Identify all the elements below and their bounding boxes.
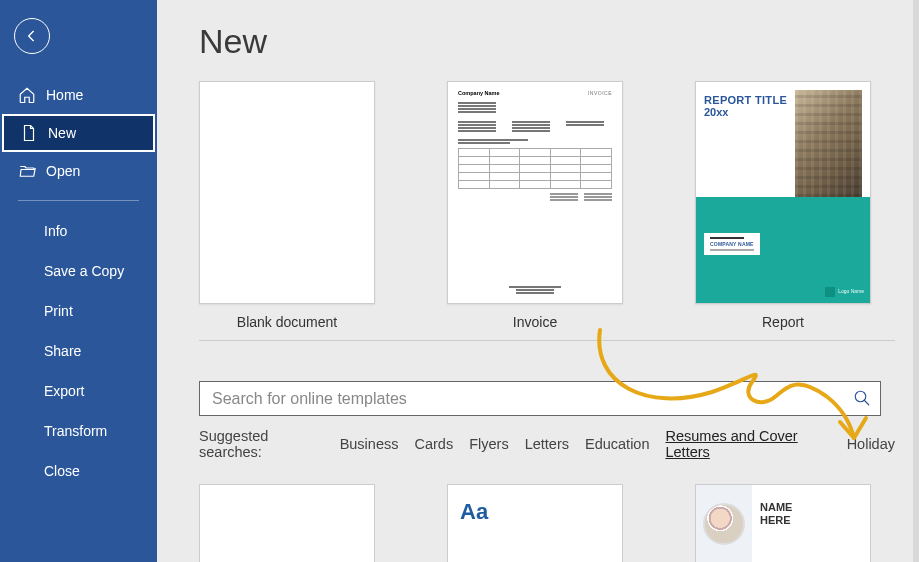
peek-aa-text: Aa — [460, 499, 488, 524]
document-icon — [20, 124, 38, 142]
section-divider — [199, 340, 895, 341]
nav-label: Export — [44, 383, 84, 399]
nav-primary: Home New Open — [0, 76, 157, 190]
nav-label: New — [48, 125, 76, 141]
nav-item-open[interactable]: Open — [0, 152, 157, 190]
invoice-table — [458, 148, 612, 189]
suggested-link-flyers[interactable]: Flyers — [469, 436, 508, 452]
template-blank-document[interactable]: Blank document — [199, 81, 375, 330]
template-thumbnail — [199, 81, 375, 304]
suggested-link-resumes[interactable]: Resumes and Cover Letters — [665, 428, 830, 460]
template-invoice[interactable]: Company Name INVOICE — [447, 81, 623, 330]
suggested-link-holiday[interactable]: Holiday — [847, 436, 895, 452]
nav-item-share[interactable]: Share — [0, 331, 157, 371]
scrollbar-track[interactable] — [913, 0, 919, 562]
report-hero-image — [795, 90, 862, 197]
report-title-line1: REPORT TITLE — [704, 94, 787, 106]
app-root: Home New Open Info Save a Copy Print Sha… — [0, 0, 919, 562]
nav-secondary: Info Save a Copy Print Share Export Tran… — [0, 211, 157, 491]
folder-open-icon — [18, 162, 36, 180]
nav-item-home[interactable]: Home — [0, 76, 157, 114]
suggested-link-business[interactable]: Business — [340, 436, 399, 452]
template-thumbnail: Company Name INVOICE — [447, 81, 623, 304]
nav-label: Open — [46, 163, 80, 179]
template-thumbnail: REPORT TITLE 20xx COMPANY NAME — [695, 81, 871, 304]
template-label: Blank document — [237, 314, 337, 330]
nav-item-close[interactable]: Close — [0, 451, 157, 491]
nav-item-transform[interactable]: Transform — [0, 411, 157, 451]
nav-label: Save a Copy — [44, 263, 124, 279]
suggested-lead: Suggested searches: — [199, 428, 324, 460]
featured-templates-row: Blank document Company Name INVOICE — [199, 81, 895, 330]
nav-label: Transform — [44, 423, 107, 439]
report-logo: Logo Name — [825, 287, 864, 297]
suggested-searches: Suggested searches: Business Cards Flyer… — [199, 428, 895, 460]
suggested-link-letters[interactable]: Letters — [525, 436, 569, 452]
search-icon[interactable] — [853, 389, 871, 407]
nav-label: Home — [46, 87, 83, 103]
avatar — [696, 485, 752, 562]
template-peek-3[interactable]: NAME HERE — [695, 484, 871, 562]
template-search — [199, 381, 895, 416]
report-title-line2: 20xx — [704, 106, 787, 118]
svg-line-1 — [864, 400, 869, 405]
template-label: Report — [762, 314, 804, 330]
nav-item-print[interactable]: Print — [0, 291, 157, 331]
nav-item-save-a-copy[interactable]: Save a Copy — [0, 251, 157, 291]
arrow-left-icon — [24, 28, 40, 44]
main-content: New Blank document Company Name INVOICE — [157, 0, 919, 562]
backstage-sidebar: Home New Open Info Save a Copy Print Sha… — [0, 0, 157, 562]
back-button[interactable] — [14, 18, 50, 54]
suggested-link-education[interactable]: Education — [585, 436, 650, 452]
suggested-link-cards[interactable]: Cards — [414, 436, 453, 452]
nav-item-export[interactable]: Export — [0, 371, 157, 411]
nav-label: Close — [44, 463, 80, 479]
search-input[interactable] — [199, 381, 881, 416]
report-company: COMPANY NAME — [710, 241, 754, 247]
template-report[interactable]: REPORT TITLE 20xx COMPANY NAME — [695, 81, 871, 330]
template-label: Invoice — [513, 314, 557, 330]
page-title: New — [199, 22, 895, 61]
nav-divider — [18, 200, 139, 201]
template-peek-1[interactable] — [199, 484, 375, 562]
invoice-company-name: Company Name — [458, 90, 500, 96]
nav-label: Share — [44, 343, 81, 359]
template-peek-2[interactable]: Aa — [447, 484, 623, 562]
home-icon — [18, 86, 36, 104]
invoice-heading: INVOICE — [588, 90, 612, 96]
resume-name: NAME HERE — [752, 485, 800, 562]
nav-label: Print — [44, 303, 73, 319]
templates-row-2: Aa NAME HERE — [199, 484, 895, 562]
nav-item-info[interactable]: Info — [0, 211, 157, 251]
nav-item-new[interactable]: New — [2, 114, 155, 152]
nav-label: Info — [44, 223, 67, 239]
